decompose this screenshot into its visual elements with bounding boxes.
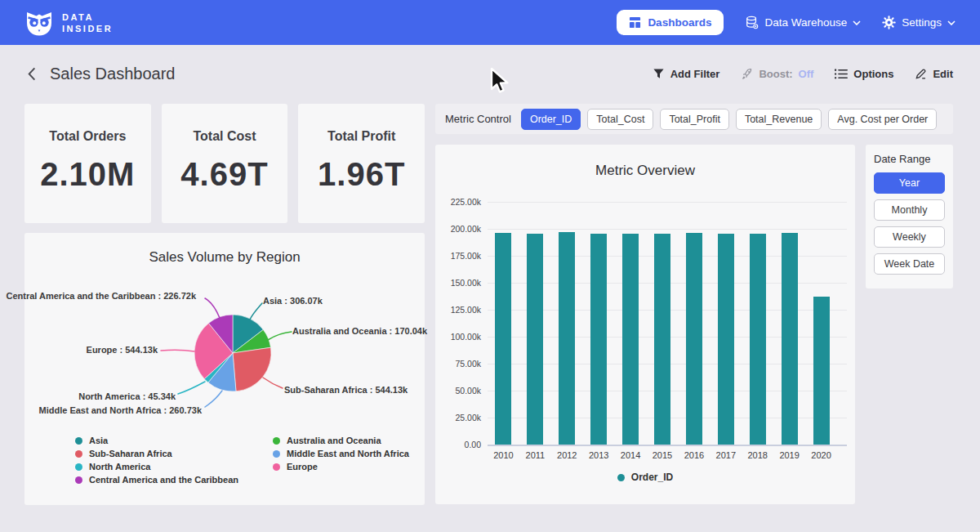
metric-control-options: Order_IDTotal_CostTotal_ProfitTotal_Reve… xyxy=(521,109,937,130)
date-range-panel: Date Range YearMonthlyWeeklyWeek Date xyxy=(866,145,953,288)
legend-item-asia[interactable]: Asia xyxy=(75,434,238,447)
metric-option-total-cost[interactable]: Total_Cost xyxy=(587,109,653,130)
legend-item-europe[interactable]: Europe xyxy=(273,460,409,473)
legend-dot xyxy=(75,476,82,484)
metric-control-bar: Metric Control Order_IDTotal_CostTotal_P… xyxy=(435,104,953,134)
options-label: Options xyxy=(853,68,893,80)
app-window: DATA INSIDER Dashboards xyxy=(0,0,980,532)
metric-option-order-id[interactable]: Order_ID xyxy=(521,109,581,130)
page-title: Sales Dashboard xyxy=(50,65,175,83)
add-filter-button[interactable]: Add Filter xyxy=(653,68,720,80)
x-axis-tick: 2020 xyxy=(804,450,840,460)
date-range-option-weekly[interactable]: Weekly xyxy=(874,226,945,248)
legend-label: Middle East and North Africa xyxy=(287,449,409,458)
x-axis-tick: 2015 xyxy=(644,450,680,460)
bar-chart-card: Metric Overview Order_ID 225.00k200.00k1… xyxy=(435,145,855,504)
bar-2019[interactable] xyxy=(782,233,798,445)
legend-label: Central America and the Caribbean xyxy=(89,475,238,485)
y-axis-tick: 225.00k xyxy=(435,197,481,207)
pie-label-australia-and-oceania: Australia and Oceania : 170.04k xyxy=(292,326,427,336)
bar-2020[interactable] xyxy=(813,297,830,445)
pie-label-central-america-and-the-caribbean: Central America and the Caribbean : 226.… xyxy=(6,291,196,301)
brand-logo[interactable]: DATA INSIDER xyxy=(24,9,113,37)
legend-item-north-america[interactable]: North America xyxy=(75,460,238,473)
top-navbar: DATA INSIDER Dashboards xyxy=(0,0,980,45)
boost-toggle[interactable]: Boost: Off xyxy=(741,68,813,80)
metric-option-total-profit[interactable]: Total_Profit xyxy=(660,109,729,130)
x-axis-tick: 2010 xyxy=(485,450,521,460)
nav-settings[interactable]: Settings xyxy=(882,16,956,29)
pie-slice-sub-saharan-africa[interactable] xyxy=(233,347,271,391)
kpi-row: Total Orders 2.10M Total Cost 4.69T Tota… xyxy=(24,104,425,223)
x-axis-tick: 2011 xyxy=(517,450,553,460)
date-range-option-year[interactable]: Year xyxy=(874,172,945,194)
nav-dashboards-button[interactable]: Dashboards xyxy=(617,10,724,35)
legend-dot xyxy=(617,474,625,481)
x-axis-tick: 2013 xyxy=(581,450,617,460)
filter-funnel-icon xyxy=(653,68,665,80)
date-range-option-week-date[interactable]: Week Date xyxy=(874,253,945,275)
kpi-value: 2.10M xyxy=(40,156,135,193)
legend-item-middle-east-and-north-africa[interactable]: Middle East and North Africa xyxy=(273,447,409,460)
nav-data-warehouse-label: Data Warehouse xyxy=(764,16,847,29)
bar-2016[interactable] xyxy=(686,233,702,445)
bar-2013[interactable] xyxy=(590,234,607,445)
back-button[interactable] xyxy=(27,66,37,82)
bar-2010[interactable] xyxy=(495,233,511,445)
brand-name: DATA INSIDER xyxy=(62,11,113,34)
metric-option-avg-cost-per-order[interactable]: Avg. Cost per Order xyxy=(828,109,937,130)
pie-chart-card: Sales Volume by Region Asia : 306.07k Au… xyxy=(24,233,425,505)
bar-chart-title: Metric Overview xyxy=(435,163,855,179)
gridline xyxy=(488,202,847,203)
pie-label-asia: Asia : 306.07k xyxy=(263,296,323,306)
edit-button[interactable]: Edit xyxy=(915,68,953,80)
legend-item-central-america-and-the-caribbean[interactable]: Central America and the Caribbean xyxy=(75,473,238,486)
legend-item-australia-and-oceania[interactable]: Australia and Oceania xyxy=(273,434,409,447)
date-range-option-monthly[interactable]: Monthly xyxy=(874,199,945,221)
legend-label: Asia xyxy=(89,436,108,445)
header-actions: Add Filter Boost: Off Options xyxy=(653,68,953,80)
bar-chart-legend[interactable]: Order_ID xyxy=(435,472,855,483)
legend-label: Europe xyxy=(287,462,318,472)
pie-leader-line-north-america xyxy=(178,382,205,394)
date-range-label: Date Range xyxy=(874,153,945,165)
kpi-label: Total Orders xyxy=(49,129,126,144)
pencil-icon xyxy=(915,68,927,80)
nav-dashboards-label: Dashboards xyxy=(648,16,711,29)
navbar-menu: Dashboards Data Warehouse xyxy=(617,10,956,35)
legend-dot xyxy=(75,463,82,471)
legend-item-sub-saharan-africa[interactable]: Sub-Saharan Africa xyxy=(75,447,238,460)
chevron-down-icon xyxy=(853,20,861,25)
gridline xyxy=(488,229,847,230)
kpi-label: Total Cost xyxy=(193,129,256,144)
bar-2014[interactable] xyxy=(622,234,639,445)
bar-2015[interactable] xyxy=(654,234,670,445)
legend-dot xyxy=(75,450,82,458)
bar-2011[interactable] xyxy=(527,234,543,445)
x-axis-line xyxy=(488,445,847,446)
legend-label: Order_ID xyxy=(631,472,673,483)
bar-2018[interactable] xyxy=(750,234,766,445)
pie-leader-line-central-america-and-the-caribbean xyxy=(205,298,220,318)
dashboard-icon xyxy=(629,16,641,29)
chevron-down-icon xyxy=(947,20,956,25)
x-axis-tick: 2016 xyxy=(676,450,712,460)
legend-dot xyxy=(75,437,82,445)
kpi-value: 4.69T xyxy=(180,156,268,193)
pie-label-north-america: North America : 45.34k xyxy=(78,391,176,401)
kpi-total-cost: Total Cost 4.69T xyxy=(162,104,288,223)
options-button[interactable]: Options xyxy=(835,68,893,80)
owl-logo-icon xyxy=(24,9,54,37)
kpi-label: Total Profit xyxy=(327,129,395,144)
metric-option-total-revenue[interactable]: Total_Revenue xyxy=(736,109,822,130)
kpi-value: 1.96T xyxy=(318,156,405,193)
legend-dot xyxy=(273,463,280,471)
pie-leader-line-sub-saharan-africa xyxy=(263,378,283,388)
nav-data-warehouse[interactable]: Data Warehouse xyxy=(745,16,861,29)
bar-2012[interactable] xyxy=(559,232,575,445)
legend-dot xyxy=(273,450,280,458)
y-axis-tick: 0.00 xyxy=(435,440,481,449)
x-axis-tick: 2018 xyxy=(740,450,776,460)
pie-leader-line-middle-east-and-north-africa xyxy=(205,391,222,407)
bar-2017[interactable] xyxy=(718,234,734,445)
